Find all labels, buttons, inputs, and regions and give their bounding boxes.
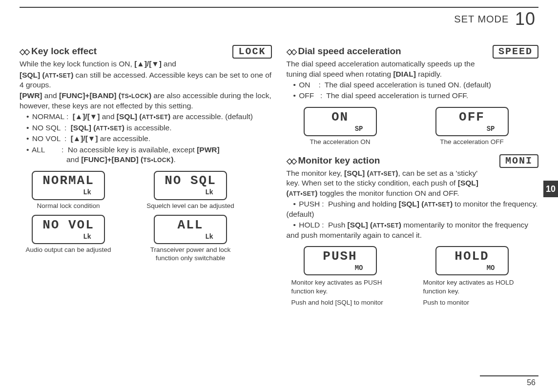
fig-novol: NO VOLLk Audio output can be adjusted [20,215,117,263]
section-key-lock: ◇◇Key lock effect While the key lock fun… [20,45,272,263]
monitor-intro: The monitor key, [SQL] (ATT•SET), can be… [287,169,478,197]
section-monitor: ◇◇Monitor key action The monitor key, [S… [287,154,539,307]
footer-rule [480,375,538,376]
left-column: ◇◇Key lock effect While the key lock fun… [20,45,272,315]
opt-normal: • NORMAL: [▲]/[▼] and [SQL] (ATT•SET) ar… [20,112,272,122]
lcd-lock: LOCK [232,45,271,59]
page-header: SET MODE 10 [454,9,536,29]
diamond-icon: ◇◇ [287,157,295,165]
dialspeed-intro: The dial speed acceleration automaticall… [287,60,475,78]
chapter-number: 10 [515,9,536,29]
right-column: ◇◇Dial speed acceleration The dial speed… [287,45,539,315]
dialspeed-figures: ONSP The acceleration ON OFFSP The accel… [287,107,539,146]
header-rule [20,7,538,8]
heading-monitor: ◇◇Monitor key action [287,154,491,166]
fig-all: ALLLk Transceiver power and lock functio… [142,215,239,263]
manual-page: SET MODE 10 10 ◇◇Key lock effect While t… [0,0,558,392]
diamond-icon: ◇◇ [287,47,295,56]
fig-speed-on: ONSP The acceleration ON [287,107,394,146]
heading-dial-speed: ◇◇Dial speed acceleration [287,45,484,57]
opt-nosql: • NO SQL : [SQL] (ATT•SET) is accessible… [20,123,272,133]
lcd-moni: MONI [499,154,538,168]
monitor-figures: PUSHMO Monitor key activates as PUSH fun… [287,246,539,307]
section-dial-speed: ◇◇Dial speed acceleration The dial speed… [287,45,539,146]
page-number: 56 [527,378,536,387]
fig-normal: NORMALLk Normal lock condition [20,171,117,210]
heading-key-lock: ◇◇Key lock effect [20,45,224,57]
fig-hold: HOLDMO Monitor key activates as HOLD fun… [418,246,526,307]
fig-speed-off: OFFSP The acceleration OFF [418,107,526,146]
keylock-figures: NORMALLk Normal lock condition NO SQLLk … [20,171,272,263]
opt-novol: • NO VOL : [▲]/[▼] are accessible. [20,134,272,144]
opt-speed-on: • ON : The dial speed acceleration is tu… [287,80,539,90]
section-label: SET MODE [454,14,509,24]
opt-speed-off: • OFF : The dial speed acceleration is t… [287,91,539,101]
fig-push: PUSHMO Monitor key activates as PUSH fun… [287,246,394,307]
opt-push: • PUSH: Pushing and holding [SQL] (ATT•S… [287,199,539,219]
keylock-para-2: [PWR] and [FUNC]+[BAND] (TS•LOCK) are al… [20,91,272,111]
opt-hold: • HOLD: Push [SQL] (ATT•SET) momentarily… [287,220,539,240]
side-tab: 10 [543,181,558,197]
keylock-intro: While the key lock function is ON, [▲]/[… [20,60,176,68]
fig-nosql: NO SQLLk Squelch level can be adjusted [142,171,239,210]
opt-all: • ALL : No accessible key is available, … [20,145,272,165]
keylock-para-1: [SQL] (ATT•SET) can still be accessed. A… [20,70,272,90]
lcd-speed: SPEED [493,45,538,59]
diamond-icon: ◇◇ [20,47,28,56]
